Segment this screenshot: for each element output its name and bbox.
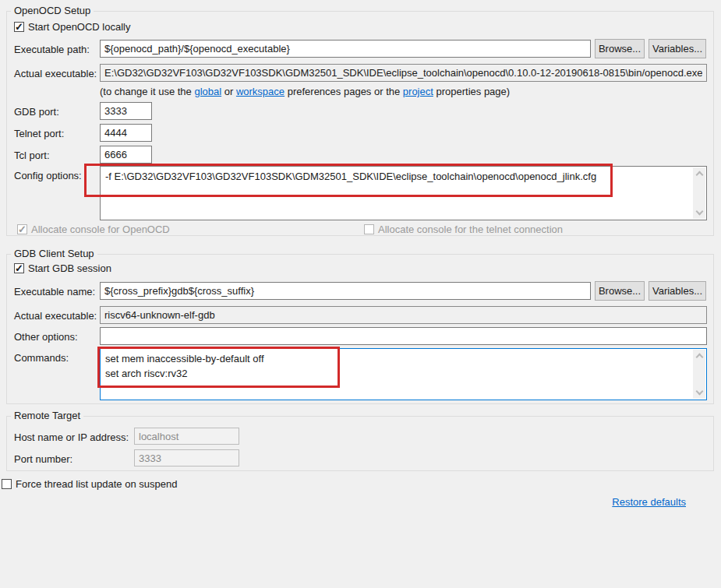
start-gdb-session-checkbox[interactable] [14, 263, 24, 273]
remote-target-group: Remote Target [6, 416, 714, 471]
openocd-debug-config-page: { "colors": { "background": "#f0f0f0", "… [0, 0, 721, 588]
allocate-console-openocd-checkbox [17, 224, 27, 234]
commands-label: Commands: [14, 352, 69, 364]
browse-button-openocd[interactable]: Browse... [595, 39, 645, 58]
gdb-port-label: GDB port: [14, 106, 59, 118]
variables-button-gdb[interactable]: Variables... [649, 281, 706, 301]
other-options-label: Other options: [14, 331, 78, 343]
project-properties-link[interactable]: project [403, 86, 433, 97]
scroll-up-icon[interactable] [695, 354, 703, 361]
tcl-port-input[interactable] [100, 146, 152, 164]
allocate-console-openocd-label: Allocate console for OpenOCD [31, 224, 170, 235]
commands-scrollbar[interactable] [693, 350, 705, 399]
tcl-port-label: Tcl port: [14, 150, 50, 161]
start-gdb-session-label: Start GDB session [28, 262, 111, 274]
config-options-text[interactable]: -f E:\GD32\GD32VF103\GD32VF103SDK\GDM325… [101, 167, 692, 220]
telnet-port-label: Telnet port: [14, 128, 64, 139]
actual-executable-field-openocd [100, 64, 707, 82]
executable-name-label: Executable name: [14, 286, 95, 298]
variables-button-openocd[interactable]: Variables... [649, 39, 706, 58]
openocd-setup-group-title: OpenOCD Setup [11, 5, 94, 16]
force-thread-list-checkbox[interactable] [2, 479, 12, 489]
executable-path-label: Executable path: [14, 44, 90, 55]
actual-executable-label-openocd: Actual executable: [14, 68, 97, 79]
preferences-hint: (to change it use the global or workspac… [100, 86, 510, 97]
host-name-label: Host name or IP address: [14, 431, 129, 443]
restore-defaults-link[interactable]: Restore defaults [612, 496, 686, 508]
start-openocd-locally-label: Start OpenOCD locally [28, 21, 131, 33]
other-options-input[interactable] [100, 327, 707, 345]
browse-button-gdb[interactable]: Browse... [595, 281, 645, 301]
commands-textarea[interactable]: set mem inaccessible-by-default off set … [100, 348, 707, 400]
port-number-label: Port number: [14, 453, 72, 465]
telnet-port-input[interactable] [100, 124, 152, 142]
executable-name-input[interactable] [100, 282, 591, 300]
commands-text[interactable]: set mem inaccessible-by-default off set … [101, 349, 692, 400]
force-thread-list-label: Force thread list update on suspend [16, 478, 177, 490]
allocate-console-telnet-label: Allocate console for the telnet connecti… [378, 224, 563, 235]
config-options-label: Config options: [14, 170, 82, 181]
scroll-down-icon[interactable] [695, 208, 703, 216]
gdb-port-input[interactable] [100, 102, 152, 120]
global-preferences-link[interactable]: global [194, 86, 221, 97]
hint-text: preferences pages or the [285, 86, 403, 97]
hint-text: or [221, 86, 236, 97]
host-name-field [134, 428, 239, 445]
hint-text: (to change it use the [100, 86, 194, 97]
start-openocd-locally-checkbox[interactable] [14, 22, 24, 32]
scroll-up-icon[interactable] [695, 171, 703, 179]
remote-target-group-title: Remote Target [11, 410, 83, 421]
actual-executable-field-gdb [100, 306, 707, 324]
config-options-textarea[interactable]: -f E:\GD32\GD32VF103\GD32VF103SDK\GDM325… [100, 166, 707, 220]
gdb-client-setup-group-title: GDB Client Setup [11, 248, 97, 259]
allocate-console-telnet-checkbox [364, 224, 374, 234]
workspace-preferences-link[interactable]: workspace [236, 86, 285, 97]
config-options-scrollbar[interactable] [693, 167, 705, 219]
scroll-down-icon[interactable] [695, 388, 703, 396]
executable-path-input[interactable] [100, 40, 591, 58]
hint-text: properties page) [433, 86, 510, 97]
port-number-field [134, 449, 239, 467]
actual-executable-label-gdb: Actual executable: [14, 310, 97, 322]
